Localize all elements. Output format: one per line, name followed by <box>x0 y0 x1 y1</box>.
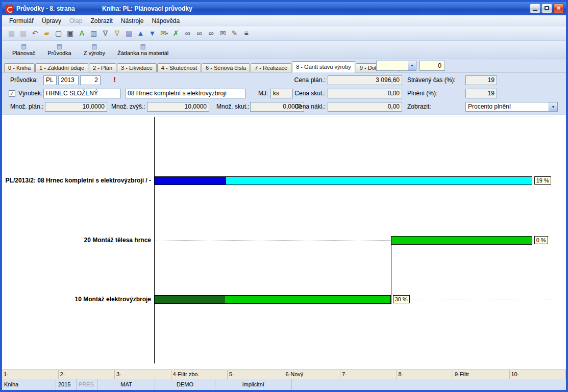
vyrobek-checkbox[interactable]: ✓ <box>9 90 15 97</box>
pruvodka-number-field[interactable]: 2 <box>80 75 101 85</box>
mnoz-zvys-field: 10,0000 <box>147 102 209 112</box>
minimize-icon <box>533 10 537 11</box>
chevron-down-icon[interactable]: ▼ <box>408 61 416 71</box>
tab-8-gantt-stavu-vyroby[interactable]: 8 - Gantt stavu výroby <box>292 61 355 72</box>
layers-icon[interactable]: ▤ <box>124 28 134 39</box>
open-folder-icon[interactable]: ▰ <box>41 28 52 39</box>
menu-item-napoveda[interactable]: Nápověda <box>147 16 184 25</box>
status-cell-pres: PŘES <box>77 379 98 390</box>
action-button-label: Plánovač <box>12 50 35 56</box>
minimize-button[interactable] <box>530 4 540 13</box>
mnoz-plan-label: Množ. plán.: <box>10 102 43 112</box>
menu-item-nastroje[interactable]: Nástroje <box>117 16 148 25</box>
window-title: Průvodky - 8. strana <box>16 5 75 12</box>
status-fkey-6-novy[interactable]: 6-Nový <box>284 370 341 379</box>
toolbar: ▦▤↶▰▢▣A▥∇∇▤▲▼✉▾✗∞∞∞✉✎≡ <box>2 27 566 41</box>
status-cell-demo: DEMO <box>155 379 215 390</box>
status-cell-kniha: Kniha <box>2 379 56 390</box>
action-button-z-vyroby[interactable]: ▤Z výroby <box>79 41 110 58</box>
pruvodka-book-field[interactable]: PL <box>43 75 57 85</box>
form-icon: ▤ <box>21 43 27 49</box>
form-icon: ▤ <box>91 43 97 49</box>
action-toolbar: ▤Plánovač▤Průvodka▤Z výroby▤Žádanka na m… <box>2 41 566 59</box>
find-icon[interactable]: ∞ <box>182 28 193 39</box>
vyrobek-popis-field[interactable]: 08 Hrnec kompletní s elektrovýzbrojí <box>125 89 245 98</box>
arrow-up-icon[interactable]: ▲ <box>135 28 146 39</box>
chevron-down-icon[interactable]: ▼ <box>549 102 557 111</box>
status-fkey-5: 5- <box>228 370 284 379</box>
gantt-row-label: 20 Montáž tělesa hrnce <box>4 237 151 244</box>
tab-4-skutecnost[interactable]: 4 - Skutečnost <box>157 63 201 72</box>
gantt-chart: PL/2013/2: 08 Hrnec kompletní s elektrov… <box>2 115 566 370</box>
cena-skut-label: Cena skut.: <box>282 89 326 98</box>
gantt-row-label: PL/2013/2: 08 Hrnec kompletní s elektrov… <box>4 177 151 184</box>
status-fkey-4-filtr-zbo[interactable]: 4-Filtr zbo. <box>171 370 228 379</box>
edit-note-icon[interactable]: ✎ <box>229 28 240 39</box>
tab-combo[interactable]: ▼ <box>376 61 416 71</box>
warning-icon: ! <box>113 75 116 84</box>
action-button-planovac[interactable]: ▤Plánovač <box>7 41 40 58</box>
mj-label: MJ: <box>258 89 268 98</box>
plneni-field: 19 <box>465 89 497 98</box>
zobrazit-select-value: Procento plnění <box>466 102 549 111</box>
menu-item-formular[interactable]: Formulář <box>5 16 38 25</box>
tab-3-likvidace[interactable]: 3 - Likvidace <box>117 63 157 72</box>
pruvodka-year-field[interactable]: 2013 <box>58 75 79 85</box>
form-icon: ▤ <box>57 43 62 49</box>
gantt-percent-badge: 30 % <box>393 295 410 303</box>
form-icon: ▤ <box>140 43 145 49</box>
gantt-bar <box>154 176 532 185</box>
action-button-label: Z výroby <box>84 50 105 56</box>
book-icon[interactable]: ▥ <box>88 28 99 39</box>
status-bar: Kniha2015PŘESMATDEMOimplicitní <box>2 379 566 390</box>
status-cell-empty <box>292 379 566 390</box>
tab-6-seriova-cisla[interactable]: 6 - Sériová čísla <box>202 63 250 72</box>
tab-7-realizace[interactable]: 7 - Realizace <box>251 63 291 72</box>
tab-1-zakladni-udaje[interactable]: 1 - Základní údaje <box>35 63 88 72</box>
zobrazit-label: Zobrazit: <box>407 102 431 112</box>
form-header: Průvodka: PL 2013 2 ! Cena plán.: 3 096,… <box>2 72 566 115</box>
title-bar: Průvodky - 8. strana Kniha: PL: Plánovac… <box>2 2 566 15</box>
filter-values-icon[interactable]: ∇ <box>112 28 122 39</box>
cena-nakl-label: Cena nákl.: <box>282 102 326 112</box>
find-previous-icon[interactable]: ∞ <box>206 28 216 39</box>
mail-icon[interactable]: ✉ <box>217 28 228 39</box>
new-document-icon[interactable]: ▢ <box>53 28 64 39</box>
send-package-icon[interactable]: ✉▾ <box>159 28 169 39</box>
restore-button[interactable] <box>541 4 552 13</box>
restore-icon <box>545 6 549 10</box>
gantt-bar <box>154 295 391 304</box>
action-button-zadanka-na-material[interactable]: ▤Žádanka na materiál <box>112 41 174 58</box>
tab-bar: 0 - Kniha1 - Základní údaje2 - Plán3 - L… <box>2 59 566 72</box>
protect-record-icon[interactable]: A <box>77 28 87 39</box>
close-button[interactable]: × <box>553 4 564 13</box>
chevron-down-icon[interactable]: ▾ <box>166 32 168 35</box>
action-button-label: Průvodka <box>47 50 71 56</box>
status-fkey-1: 1- <box>2 370 59 379</box>
tab-combo-field[interactable] <box>376 61 408 71</box>
filter-icon[interactable]: ∇ <box>100 28 111 39</box>
find-next-icon[interactable]: ∞ <box>194 28 205 39</box>
gantt-dotted-line <box>414 300 554 300</box>
cena-plan-field: 3 096,60 <box>328 75 402 85</box>
arrow-down-icon[interactable]: ▼ <box>147 28 158 39</box>
list-icon[interactable]: ≡ <box>241 28 252 39</box>
mnoz-skut-label: Množ. skut.: <box>216 102 250 112</box>
gantt-connector <box>391 236 391 305</box>
vyrobek-field[interactable]: HRNEC SLOŽENÝ <box>43 89 121 98</box>
menu-bar: FormulářÚpravyOlapZobrazitNástrojeNápově… <box>2 15 566 27</box>
tab-2-plan[interactable]: 2 - Plán <box>89 63 116 72</box>
count-field[interactable]: 0 <box>419 61 445 71</box>
undo-icon[interactable]: ↶ <box>30 28 40 39</box>
cut-icon[interactable]: ✗ <box>170 28 181 39</box>
copy-icon[interactable]: ▣ <box>65 28 76 39</box>
zobrazit-select[interactable]: Procento plnění ▼ <box>465 102 558 112</box>
menu-item-zobrazit[interactable]: Zobrazit <box>86 16 116 25</box>
status-fkey-9-filtr[interactable]: 9-Filtr <box>453 370 510 379</box>
tab-0-kniha[interactable]: 0 - Kniha <box>4 63 35 72</box>
window-subtitle: Kniha: PL: Plánovací průvodky <box>102 5 192 12</box>
menu-item-olap: Olap <box>65 16 86 25</box>
status-fkey-3: 3- <box>115 370 171 379</box>
menu-item-upravy[interactable]: Úpravy <box>38 16 65 25</box>
action-button-pruvodka[interactable]: ▤Průvodka <box>42 41 76 58</box>
